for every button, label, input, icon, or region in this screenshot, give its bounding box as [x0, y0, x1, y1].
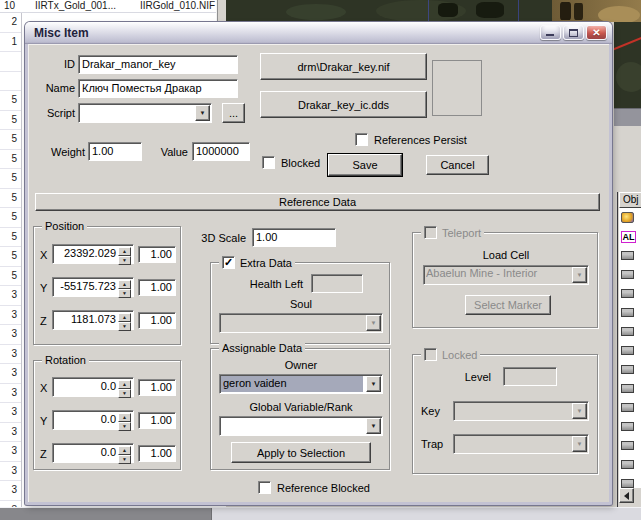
screen: 10 IIRTx_Gold_001... IIRGold_010.NIF 215…	[0, 0, 641, 520]
maximize-button[interactable]	[563, 25, 584, 40]
object-list-item[interactable]	[619, 417, 641, 436]
teleport-label: Teleport	[442, 227, 481, 239]
object-list-item[interactable]	[619, 379, 641, 398]
position-x-snap[interactable]: 1.00	[138, 246, 176, 263]
object-list-item[interactable]	[619, 322, 641, 341]
object-list-item[interactable]	[619, 474, 641, 488]
object-list-item[interactable]	[619, 398, 641, 417]
references-persist-checkbox[interactable]	[355, 133, 368, 146]
extra-data-label: Extra Data	[240, 257, 292, 269]
object-list-item[interactable]	[619, 208, 641, 227]
id-input[interactable]: Drakar_manor_key	[78, 55, 238, 74]
rotation-x-snap[interactable]: 1.00	[138, 379, 176, 396]
render-view[interactable]	[226, 0, 641, 22]
spinner[interactable]: ▲▼	[118, 380, 131, 394]
table-row-number: 3	[0, 384, 21, 404]
blocked-checkbox[interactable]	[262, 156, 275, 169]
render-view[interactable]	[614, 22, 641, 108]
table-row-number: 2	[0, 13, 21, 33]
global-variable-combobox[interactable]: ▼	[219, 416, 383, 436]
object-hscrollbar[interactable]	[619, 488, 641, 504]
scrollbar-thumb[interactable]	[0, 508, 212, 520]
rotation-y-label: Y	[40, 415, 47, 427]
chevron-down-icon[interactable]: ▼	[366, 418, 381, 434]
chevron-down-icon: ▼	[366, 315, 381, 331]
object-list-item[interactable]	[619, 436, 641, 455]
spin-up-icon: ▲	[118, 413, 131, 422]
object-list-item[interactable]	[619, 341, 641, 360]
rotation-y-snap[interactable]: 1.00	[138, 412, 176, 429]
apply-to-selection-button[interactable]: Apply to Selection	[231, 442, 371, 463]
rotation-x-label: X	[40, 382, 47, 394]
misc-item-icon	[621, 289, 634, 298]
misc-item-icon	[621, 422, 634, 431]
horizontal-scrollbar[interactable]	[0, 507, 641, 520]
script-browse-button[interactable]: ...	[222, 103, 245, 123]
chevron-down-icon[interactable]: ▼	[366, 376, 381, 392]
health-left-input	[311, 274, 363, 293]
script-combobox[interactable]: ▼	[78, 103, 212, 123]
table-row-number: 5	[0, 91, 21, 111]
alchemy-icon: AL	[621, 231, 636, 243]
rotation-z-input[interactable]: 0.0 ▲▼	[52, 443, 134, 463]
rotation-x-input[interactable]: 0.0 ▲▼	[52, 377, 134, 397]
table-scrollbar-edge[interactable]	[216, 0, 226, 22]
misc-item-icon	[621, 479, 634, 488]
icon-file-button[interactable]: Drakar_key_ic.dds	[260, 91, 427, 118]
position-y-input[interactable]: -55175.723 ▲▼	[52, 277, 134, 297]
object-list-item[interactable]	[619, 265, 641, 284]
table-row-number: 5	[0, 130, 21, 150]
rotation-group-title: Rotation	[42, 354, 89, 366]
name-input[interactable]: Ключ Поместья Дракар	[78, 79, 238, 98]
chevron-down-icon[interactable]: ▼	[195, 105, 210, 121]
minimize-button[interactable]	[540, 25, 561, 40]
object-list-item[interactable]	[619, 303, 641, 322]
position-group-title: Position	[42, 220, 87, 232]
spinner[interactable]: ▲▼	[118, 247, 131, 261]
object-list-item[interactable]	[619, 246, 641, 265]
position-y-label: Y	[40, 282, 47, 294]
table-row-number: 3	[0, 481, 21, 501]
model-file-button[interactable]: drm\Drakar_key.nif	[260, 53, 427, 80]
chevron-down-icon: ▼	[572, 267, 587, 283]
global-variable-label: Global Variable/Rank	[211, 401, 391, 413]
object-list-item[interactable]	[619, 284, 641, 303]
key-label: Key	[421, 405, 440, 417]
position-z-snap[interactable]: 1.00	[138, 312, 176, 329]
table-row[interactable]: 10 IIRTx_Gold_001... IIRGold_010.NIF	[0, 0, 226, 13]
locked-group: Locked Level Key ▼ Trap ▼	[412, 354, 598, 474]
level-input	[503, 367, 557, 386]
table-row-number: 5	[0, 208, 21, 228]
rotation-y-input[interactable]: 0.0 ▲▼	[52, 410, 134, 430]
scale-label: 3D Scale	[194, 232, 246, 244]
position-y-snap[interactable]: 1.00	[138, 279, 176, 296]
spinner[interactable]: ▲▼	[118, 280, 131, 294]
object-list-item[interactable]: AL	[619, 227, 641, 246]
reference-data-button[interactable]: Reference Data	[35, 193, 600, 211]
object-column-header[interactable]: Obj	[619, 192, 641, 208]
object-list-item[interactable]	[619, 455, 641, 474]
misc-item-icon	[621, 251, 634, 260]
weight-input[interactable]: 1.00	[88, 142, 142, 161]
ingredient-icon	[621, 212, 634, 223]
boulder	[598, 6, 640, 22]
terrain-patch	[286, 4, 346, 20]
position-x-input[interactable]: 23392.029 ▲▼	[52, 244, 134, 264]
cancel-button[interactable]: Cancel	[426, 155, 489, 175]
owner-combobox[interactable]: geron vaiden ▼	[219, 374, 383, 394]
reference-blocked-checkbox[interactable]	[258, 481, 271, 494]
value-input[interactable]: 1000000	[192, 142, 250, 161]
position-z-input[interactable]: 1181.073 ▲▼	[52, 310, 134, 330]
spinner[interactable]: ▲▼	[118, 413, 131, 427]
scroll-left-button[interactable]	[619, 488, 634, 503]
rotation-z-snap[interactable]: 1.00	[138, 445, 176, 462]
spinner[interactable]: ▲▼	[118, 446, 131, 460]
spinner[interactable]: ▲▼	[118, 313, 131, 327]
close-button[interactable]: ✕	[586, 25, 607, 40]
extra-data-checkbox[interactable]: ✓	[222, 256, 235, 269]
dialog-titlebar[interactable]: Misc Item ✕	[25, 22, 612, 44]
position-group: Position X 23392.029 ▲▼ 1.00 Y -55175.72…	[33, 226, 181, 345]
object-list-item[interactable]	[619, 360, 641, 379]
save-button[interactable]: Save	[328, 154, 402, 176]
scale-input[interactable]: 1.00	[252, 228, 336, 247]
